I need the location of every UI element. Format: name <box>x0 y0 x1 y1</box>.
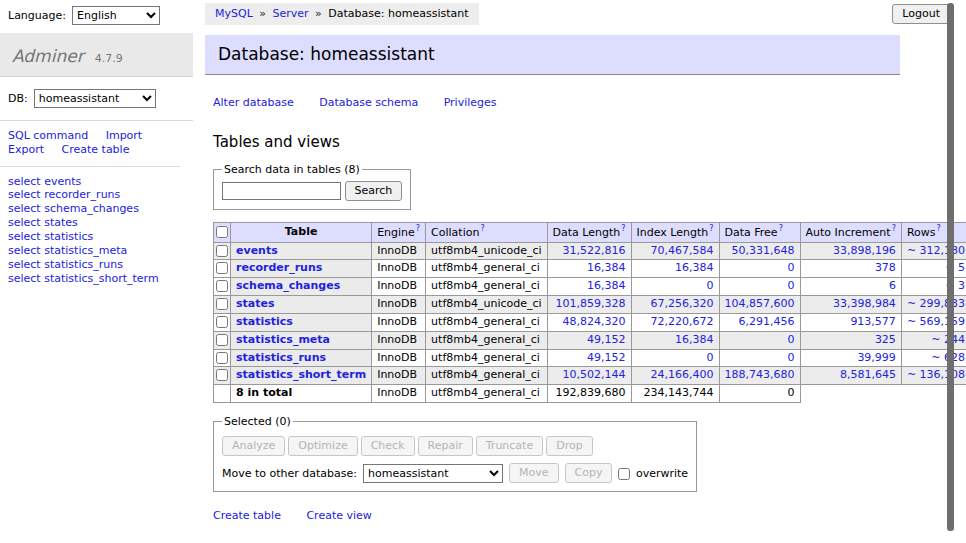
data-length-link[interactable]: 48,824,320 <box>563 315 626 328</box>
create-view-link[interactable]: Create view <box>306 509 371 522</box>
database-schema-link[interactable]: Database schema <box>319 96 418 109</box>
index-length-link[interactable]: 67,256,320 <box>651 297 714 310</box>
index-length-link[interactable]: 16,384 <box>675 333 714 346</box>
index-length-link[interactable]: 70,467,584 <box>651 244 714 257</box>
table-name-link[interactable]: statistics_short_term <box>236 368 366 381</box>
sidebar-link-export[interactable]: Export <box>8 143 44 157</box>
auto-increment-cell: 325 <box>800 331 901 349</box>
sidebar-link-import[interactable]: Import <box>106 129 143 143</box>
data-length-link[interactable]: 16,384 <box>587 279 626 292</box>
sidebar-select-table-link[interactable]: select events <box>8 176 185 189</box>
copy-button[interactable]: Copy <box>565 463 613 483</box>
row-checkbox[interactable] <box>216 245 228 257</box>
data-length-link[interactable]: 31,522,816 <box>563 244 626 257</box>
auto-increment-link[interactable]: 325 <box>875 333 896 346</box>
breadcrumb-server-link[interactable]: Server <box>273 7 309 20</box>
rows-estimate-link[interactable]: ~ 299,833 <box>907 297 965 310</box>
sidebar-select-table-link[interactable]: select statistics <box>8 231 185 244</box>
table-name-link[interactable]: statistics <box>236 315 293 328</box>
data-free-link[interactable]: 0 <box>788 333 795 346</box>
row-checkbox[interactable] <box>216 298 228 310</box>
create-table-link[interactable]: Create table <box>213 509 281 522</box>
column-help-link[interactable]: ? <box>621 224 625 233</box>
data-length-link[interactable]: 101,859,328 <box>556 297 626 310</box>
index-length-link[interactable]: 0 <box>707 279 714 292</box>
sidebar-select-table-link[interactable]: select statistics_runs <box>8 259 185 272</box>
truncate-button[interactable]: Truncate <box>476 436 543 456</box>
column-help-link[interactable]: ? <box>416 224 420 233</box>
optimize-button[interactable]: Optimize <box>288 436 357 456</box>
move-button[interactable]: Move <box>509 463 559 483</box>
select-all-checkbox[interactable] <box>216 226 228 238</box>
sidebar-select-table-link[interactable]: select statistics_short_term <box>8 273 185 286</box>
data-length-link[interactable]: 49,152 <box>587 351 626 364</box>
check-button[interactable]: Check <box>361 436 415 456</box>
row-checkbox[interactable] <box>216 369 228 381</box>
move-database-select[interactable]: homeassistant <box>363 464 503 483</box>
column-help-link[interactable]: ? <box>779 224 783 233</box>
index-length-link[interactable]: 24,166,400 <box>651 368 714 381</box>
privileges-link[interactable]: Privileges <box>444 96 497 109</box>
row-checkbox[interactable] <box>216 316 228 328</box>
page-title: Database: homeassistant <box>205 35 900 75</box>
db-select[interactable]: homeassistant <box>34 89 156 108</box>
row-checkbox[interactable] <box>216 280 228 292</box>
language-select[interactable]: English <box>72 6 160 25</box>
search-button[interactable]: Search <box>345 181 403 201</box>
auto-increment-link[interactable]: 33,398,984 <box>833 297 896 310</box>
search-input[interactable] <box>222 182 341 200</box>
overwrite-checkbox[interactable] <box>618 468 630 480</box>
engine-cell: InnoDB <box>372 349 426 367</box>
auto-increment-link[interactable]: 6 <box>889 279 896 292</box>
table-name-link[interactable]: schema_changes <box>236 279 340 292</box>
data-free-link[interactable]: 50,331,648 <box>732 244 795 257</box>
column-help-link[interactable]: ? <box>936 224 940 233</box>
row-checkbox[interactable] <box>216 352 228 364</box>
data-free-link[interactable]: 0 <box>788 261 795 274</box>
data-free-link[interactable]: 0 <box>788 351 795 364</box>
sidebar-select-table-link[interactable]: select schema_changes <box>8 203 185 216</box>
index-length-link[interactable]: 0 <box>707 351 714 364</box>
column-help-link[interactable]: ? <box>892 224 896 233</box>
index-length-link[interactable]: 16,384 <box>675 261 714 274</box>
auto-increment-link[interactable]: 913,577 <box>850 315 896 328</box>
table-name-link[interactable]: statistics_runs <box>236 351 326 364</box>
engine-cell: InnoDB <box>372 367 426 385</box>
sidebar-link-sql-command[interactable]: SQL command <box>8 129 88 143</box>
row-checkbox[interactable] <box>216 334 228 346</box>
analyze-button[interactable]: Analyze <box>222 436 285 456</box>
sidebar-select-table-link[interactable]: select statistics_meta <box>8 245 185 258</box>
column-help-link[interactable]: ? <box>480 224 484 233</box>
vertical-scrollbar-thumb[interactable] <box>947 3 954 531</box>
data-free-link[interactable]: 0 <box>788 279 795 292</box>
table-name-link[interactable]: statistics_meta <box>236 333 330 346</box>
data-length-link[interactable]: 16,384 <box>587 261 626 274</box>
index-length-link[interactable]: 72,220,672 <box>651 315 714 328</box>
alter-database-link[interactable]: Alter database <box>213 96 294 109</box>
sidebar-link-create-table[interactable]: Create table <box>62 143 130 157</box>
data-free-link[interactable]: 6,291,456 <box>739 315 795 328</box>
table-name-link[interactable]: recorder_runs <box>236 261 322 274</box>
auto-increment-link[interactable]: 39,999 <box>857 351 896 364</box>
logout-button[interactable]: Logout <box>892 4 950 24</box>
rows-estimate-link[interactable]: ~ 569,159 <box>907 315 965 328</box>
data-length-link[interactable]: 49,152 <box>587 333 626 346</box>
data-free-link[interactable]: 188,743,680 <box>725 368 795 381</box>
breadcrumb-mysql-link[interactable]: MySQL <box>215 7 253 20</box>
auto-increment-link[interactable]: 8,581,645 <box>840 368 896 381</box>
auto-increment-link[interactable]: 33,898,196 <box>833 244 896 257</box>
table-name-link[interactable]: states <box>236 297 275 310</box>
table-name-link[interactable]: events <box>236 244 278 257</box>
data-length-link[interactable]: 10,502,144 <box>563 368 626 381</box>
sidebar-select-table-link[interactable]: select recorder_runs <box>8 189 185 202</box>
row-checkbox[interactable] <box>216 262 228 274</box>
drop-button[interactable]: Drop <box>546 436 592 456</box>
total-data-free-cell: 0 <box>719 385 800 403</box>
column-help-link[interactable]: ? <box>709 224 713 233</box>
rows-estimate-link[interactable]: ~ 136,108 <box>907 368 965 381</box>
rows-estimate-link[interactable]: ~ 312,180 <box>907 244 965 257</box>
sidebar-select-table-link[interactable]: select states <box>8 217 185 230</box>
repair-button[interactable]: Repair <box>418 436 473 456</box>
auto-increment-link[interactable]: 378 <box>875 261 896 274</box>
data-free-link[interactable]: 104,857,600 <box>725 297 795 310</box>
